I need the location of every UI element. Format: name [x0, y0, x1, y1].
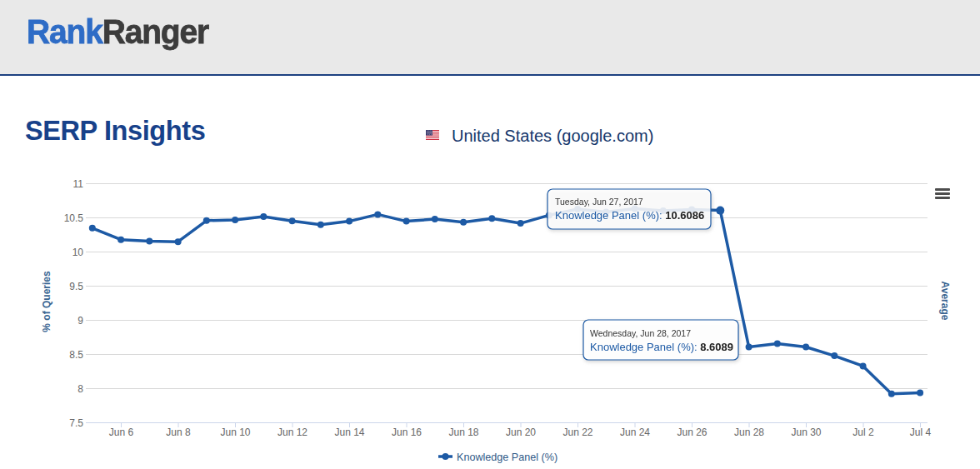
svg-text:8: 8 — [78, 383, 83, 395]
svg-text:Jun 30: Jun 30 — [791, 427, 821, 438]
svg-text:Jul 4: Jul 4 — [910, 427, 932, 438]
svg-text:11: 11 — [73, 178, 84, 190]
svg-text:10: 10 — [72, 247, 84, 258]
svg-text:Jun 28: Jun 28 — [734, 427, 764, 438]
svg-text:Jun 10: Jun 10 — [220, 427, 250, 438]
svg-text:Jun 14: Jun 14 — [334, 427, 364, 438]
svg-text:9: 9 — [78, 315, 83, 327]
svg-text:8.5: 8.5 — [69, 349, 83, 361]
svg-text:Average: Average — [939, 282, 951, 321]
svg-text:Knowledge Panel (%): 10.6086: Knowledge Panel (%): 10.6086 — [555, 209, 704, 222]
svg-text:Wednesday, Jun 28, 2017: Wednesday, Jun 28, 2017 — [590, 328, 691, 338]
svg-text:% of Queries: % of Queries — [41, 271, 52, 332]
svg-text:Jun 18: Jun 18 — [448, 427, 478, 438]
svg-text:7.5: 7.5 — [69, 417, 83, 429]
svg-text:Jun 16: Jun 16 — [392, 427, 422, 438]
svg-text:Tuesday, Jun 27, 2017: Tuesday, Jun 27, 2017 — [555, 197, 643, 207]
svg-text:Jul 2: Jul 2 — [852, 427, 874, 438]
svg-text:Jun 6: Jun 6 — [109, 427, 134, 438]
svg-text:Jun 20: Jun 20 — [506, 427, 536, 438]
svg-text:9.5: 9.5 — [69, 281, 83, 292]
svg-text:Knowledge Panel (%): Knowledge Panel (%) — [457, 452, 558, 463]
svg-text:Knowledge Panel (%): 8.6089: Knowledge Panel (%): 8.6089 — [590, 341, 733, 353]
svg-text:10.5: 10.5 — [64, 212, 84, 224]
svg-text:Jun 26: Jun 26 — [677, 427, 707, 438]
svg-text:Jun 22: Jun 22 — [562, 427, 592, 438]
svg-text:Jun 12: Jun 12 — [278, 427, 308, 438]
svg-text:Jun 24: Jun 24 — [620, 427, 650, 438]
svg-text:Jun 8: Jun 8 — [166, 427, 191, 438]
